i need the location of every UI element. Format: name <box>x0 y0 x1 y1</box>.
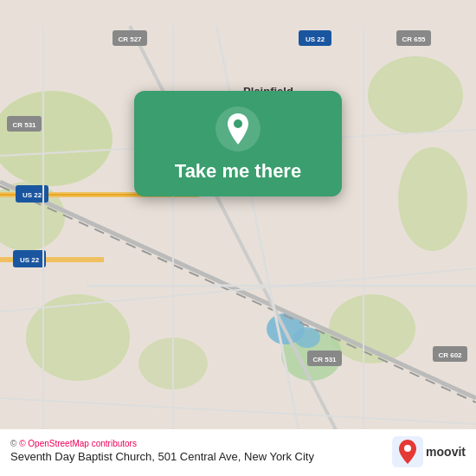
moovit-logo: moovit <box>392 436 466 467</box>
svg-point-45 <box>404 445 411 452</box>
moovit-logo-icon <box>392 436 423 467</box>
svg-text:US 22: US 22 <box>20 256 40 264</box>
bottom-bar: © © OpenStreetMap contributors Seventh D… <box>0 429 476 476</box>
bottom-left-info: © © OpenStreetMap contributors Seventh D… <box>10 439 314 465</box>
svg-text:CR 531: CR 531 <box>312 356 337 363</box>
take-me-there-button[interactable]: Take me there <box>175 160 301 183</box>
moovit-label: moovit <box>426 445 466 459</box>
svg-text:CR 602: CR 602 <box>438 351 462 359</box>
address-text: Seventh Day Baptist Church, 501 Central … <box>10 450 314 465</box>
openstreetmap-link[interactable]: © OpenStreetMap contributors <box>19 439 137 448</box>
svg-text:US 22: US 22 <box>23 191 42 199</box>
svg-text:US 22: US 22 <box>306 35 325 43</box>
svg-text:CR 531: CR 531 <box>12 121 36 129</box>
svg-text:CR 655: CR 655 <box>402 35 426 43</box>
copyright-symbol: © <box>10 439 16 448</box>
location-pin-icon <box>215 106 261 151</box>
svg-point-3 <box>368 56 463 134</box>
map-container: US 22 US 22 CR 531 CR 527 US 22 CR 655 C… <box>0 0 476 476</box>
attribution-text: © © OpenStreetMap contributors <box>10 439 314 448</box>
svg-point-4 <box>398 147 467 251</box>
svg-text:CR 527: CR 527 <box>118 35 142 43</box>
take-me-there-card[interactable]: Take me there <box>134 91 342 196</box>
map-background: US 22 US 22 CR 531 CR 527 US 22 CR 655 C… <box>0 0 476 476</box>
svg-point-43 <box>234 119 242 128</box>
